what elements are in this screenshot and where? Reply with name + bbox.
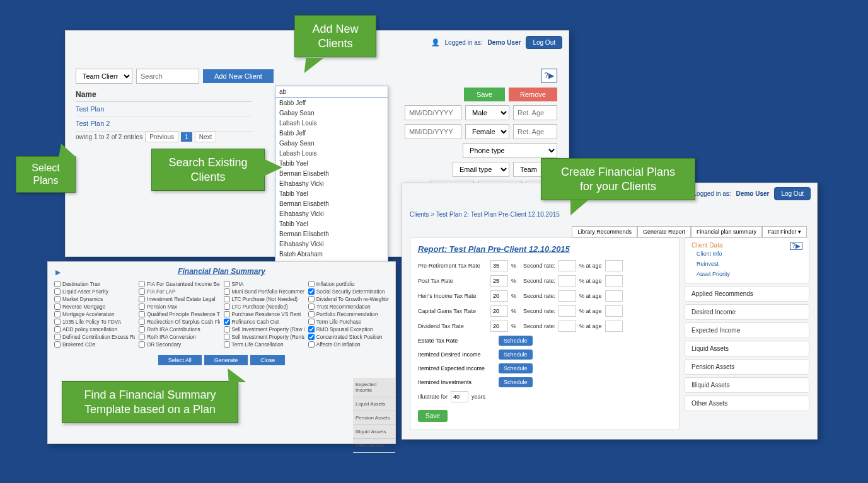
- summary-check-item[interactable]: Portfolio Recommendation: [308, 311, 389, 317]
- check-icon[interactable]: [224, 319, 230, 325]
- check-icon[interactable]: [308, 281, 315, 287]
- tab-button[interactable]: Financial plan summary: [691, 226, 762, 237]
- logout-button[interactable]: Log Out: [526, 36, 562, 49]
- phonetype-select[interactable]: Phone type: [463, 143, 557, 158]
- rate-input[interactable]: [490, 290, 508, 302]
- summary-check-item[interactable]: RMD Spousal Exception: [308, 326, 389, 332]
- breadcrumb[interactable]: Clients > Test Plan 2: Test Plan Pre-Cli…: [410, 211, 560, 218]
- save-plan-button[interactable]: Save: [418, 410, 448, 422]
- check-icon[interactable]: [54, 334, 61, 340]
- summary-check-item[interactable]: Affects On Inflation: [308, 341, 389, 348]
- schedule-button[interactable]: Schedule: [499, 377, 533, 387]
- side-item[interactable]: Expected Income: [685, 322, 809, 338]
- summary-check-item[interactable]: Term Life Cancellation: [224, 341, 304, 348]
- check-icon[interactable]: [139, 326, 145, 332]
- side-sub-link[interactable]: Asset Priority: [692, 269, 802, 279]
- summary-check-item[interactable]: Pension Max: [139, 304, 219, 310]
- summary-check-item[interactable]: Social Security Determination: [308, 288, 389, 295]
- check-icon[interactable]: [54, 296, 61, 302]
- schedule-button[interactable]: Schedule: [499, 349, 533, 360]
- search-option[interactable]: Labash Louis: [275, 118, 388, 128]
- side-item[interactable]: Applied Recommends: [685, 286, 809, 302]
- search-option[interactable]: Berman Elisabeth: [275, 229, 388, 239]
- summary-check-item[interactable]: Destination Trax: [54, 281, 135, 287]
- illustrate-years-input[interactable]: [451, 391, 468, 402]
- check-icon[interactable]: [224, 341, 230, 348]
- rate-input[interactable]: [490, 321, 508, 332]
- check-icon[interactable]: [224, 334, 230, 340]
- rate-input[interactable]: [490, 275, 508, 287]
- check-icon[interactable]: [54, 341, 61, 348]
- check-icon[interactable]: [54, 281, 61, 287]
- summary-check-item[interactable]: Term Life Purchase: [308, 319, 389, 325]
- play-icon[interactable]: ▶: [55, 268, 61, 276]
- check-icon[interactable]: [54, 319, 61, 325]
- search-option[interactable]: Gabay Sean: [275, 138, 388, 148]
- age-input[interactable]: [605, 260, 623, 271]
- summary-check-item[interactable]: Purchase Residence VS Rent: [224, 311, 304, 317]
- check-icon[interactable]: [224, 311, 230, 317]
- summary-check-item[interactable]: Qualified Principle Residence Trust: [139, 311, 219, 317]
- check-icon[interactable]: [54, 288, 61, 295]
- check-icon[interactable]: [54, 326, 61, 332]
- help-button[interactable]: ?▶: [790, 242, 802, 250]
- plan-row[interactable]: Test Plan 2: [76, 116, 252, 132]
- check-icon[interactable]: [139, 281, 145, 287]
- search-dropdown-value[interactable]: ab: [275, 86, 388, 98]
- check-icon[interactable]: [308, 288, 315, 295]
- check-icon[interactable]: [224, 288, 230, 295]
- summary-check-item[interactable]: 1035 Life Policy To FDVA: [54, 319, 135, 325]
- tab-button[interactable]: Generate Report: [637, 226, 691, 237]
- summary-check-item[interactable]: Inflation portfolio: [308, 281, 389, 287]
- summary-check-item[interactable]: DR Secondary: [139, 341, 219, 348]
- plan-row[interactable]: Test Plan: [76, 101, 252, 117]
- schedule-button[interactable]: Schedule: [499, 336, 533, 346]
- check-icon[interactable]: [139, 319, 145, 325]
- pager-next[interactable]: Next: [195, 132, 217, 142]
- check-icon[interactable]: [308, 326, 315, 332]
- summary-check-item[interactable]: Mortgage Acceleration: [54, 311, 135, 317]
- summary-check-item[interactable]: SPIA: [224, 281, 304, 287]
- side-item[interactable]: Pension Assets: [685, 359, 809, 375]
- summary-check-item[interactable]: Redirection Of Surplus Cash Flow: [139, 319, 219, 325]
- check-icon[interactable]: [308, 296, 315, 302]
- summary-check-item[interactable]: Muni Bond Portfolio Recommendation: [224, 288, 304, 295]
- remove-button[interactable]: Remove: [509, 88, 557, 101]
- search-option[interactable]: Tabib Yael: [275, 188, 388, 198]
- search-option[interactable]: Gabay Sean: [275, 108, 388, 118]
- check-icon[interactable]: [308, 319, 315, 325]
- search-option[interactable]: Berman Elisabeth: [275, 198, 388, 208]
- add-new-client-button[interactable]: Add New Client: [203, 69, 274, 83]
- summary-check-item[interactable]: Concentrated Stock Position: [308, 334, 389, 340]
- summary-check-item[interactable]: FIA For Guaranteed Income Benefit: [139, 281, 219, 287]
- side-item[interactable]: Other Assets: [685, 395, 809, 411]
- search-option[interactable]: Babb Jeff: [275, 128, 388, 138]
- client-filter-select[interactable]: Team Clients: [76, 69, 132, 84]
- check-icon[interactable]: [308, 304, 315, 310]
- check-icon[interactable]: [54, 311, 61, 317]
- retage1-input[interactable]: [513, 105, 557, 120]
- summary-check-item[interactable]: Roth IRA Conversion: [139, 334, 219, 340]
- save-button[interactable]: Save: [464, 88, 505, 101]
- summary-check-item[interactable]: Market Dynamics: [54, 296, 135, 302]
- summary-check-item[interactable]: Brokered CDs: [54, 341, 135, 348]
- summary-check-item[interactable]: Reverse Mortgage: [54, 304, 135, 310]
- search-option[interactable]: Berman Elisabeth: [275, 168, 388, 178]
- summary-check-item[interactable]: Refinance Cash Out: [224, 319, 304, 325]
- search-option[interactable]: Tabib Yael: [275, 219, 388, 229]
- check-icon[interactable]: [308, 341, 315, 348]
- pager-prev[interactable]: Previous: [145, 132, 178, 142]
- summary-check-item[interactable]: Liquid Asset Priority: [54, 288, 135, 295]
- select-all-button[interactable]: Select All: [158, 355, 202, 365]
- check-icon[interactable]: [139, 296, 145, 302]
- schedule-button[interactable]: Schedule: [499, 363, 533, 373]
- check-icon[interactable]: [139, 334, 145, 340]
- age-input[interactable]: [605, 290, 623, 302]
- gender1-select[interactable]: Male: [465, 105, 509, 120]
- check-icon[interactable]: [308, 311, 315, 317]
- summary-check-item[interactable]: Sell Investment Property (Rental House): [224, 334, 304, 340]
- second-rate-input[interactable]: [558, 260, 576, 271]
- side-sub-link[interactable]: Client Info: [692, 249, 802, 259]
- summary-check-item[interactable]: Trust Recommendation: [308, 304, 389, 310]
- search-option[interactable]: Labash Louis: [275, 148, 388, 158]
